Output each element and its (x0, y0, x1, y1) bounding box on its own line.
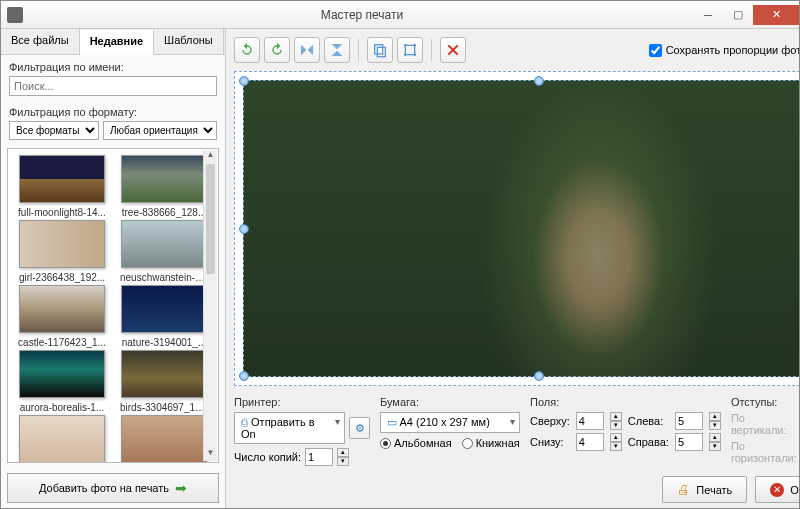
handle-top-left[interactable] (239, 76, 249, 86)
thumb-item[interactable]: birds-3304697_19... (116, 350, 212, 413)
copies-input[interactable] (305, 448, 333, 466)
preview-area[interactable] (234, 71, 800, 386)
margins-col: Поля: Сверху: ▴▾ Слева: ▴▾ Снизу: ▴▾ Спр… (530, 396, 721, 466)
tab-recent[interactable]: Недавние (80, 30, 154, 55)
handle-left[interactable] (239, 224, 249, 234)
copy-button[interactable] (367, 37, 393, 63)
svg-rect-2 (405, 45, 414, 54)
handle-top[interactable] (534, 76, 544, 86)
thumb-image (19, 155, 105, 203)
thumb-item[interactable] (116, 415, 212, 462)
cancel-button-label: Отмена (790, 484, 800, 496)
thumb-item[interactable]: tree-838666_128... (116, 155, 212, 218)
main-layout: Все файлы Недавние Шаблоны Фильтрация по… (1, 29, 799, 509)
scroll-up-icon[interactable]: ▲ (204, 150, 217, 163)
thumb-item[interactable]: full-moonlight8-14... (14, 155, 110, 218)
search-input[interactable] (9, 76, 217, 96)
flip-horizontal-button[interactable] (294, 37, 320, 63)
thumb-image (19, 285, 105, 333)
margin-right-input[interactable] (675, 433, 703, 451)
margin-bottom-spinner[interactable]: ▴▾ (610, 433, 622, 451)
toolbar: Сохранять пропорции фотографий (234, 35, 800, 65)
format-select[interactable]: Все форматы (9, 121, 99, 140)
tab-templates[interactable]: Шаблоны (154, 29, 224, 54)
tab-all-files[interactable]: Все файлы (1, 29, 80, 54)
handle-bottom-left[interactable] (239, 371, 249, 381)
margin-top-input[interactable] (576, 412, 604, 430)
thumbs-scrollbar[interactable]: ▲ ▼ (203, 150, 217, 461)
orient-landscape-radio[interactable]: Альбомная (380, 437, 452, 449)
toolbar-separator (358, 39, 359, 61)
margin-right-spinner[interactable]: ▴▾ (709, 433, 721, 451)
margin-left-spinner[interactable]: ▴▾ (709, 412, 721, 430)
keep-proportions-label: Сохранять пропорции фотографий (666, 44, 800, 56)
page-icon: ▭ (387, 416, 397, 428)
paper-select[interactable]: ▭ A4 (210 x 297 мм) (380, 412, 520, 433)
svg-point-4 (413, 44, 416, 47)
gear-icon: ⚙ (355, 422, 365, 435)
window-title: Мастер печати (31, 8, 693, 22)
svg-rect-1 (377, 47, 385, 56)
thumbnail-grid[interactable]: full-moonlight8-14... tree-838666_128...… (8, 149, 218, 462)
thumb-image (121, 155, 207, 203)
print-icon: 🖨 (677, 482, 690, 497)
thumb-name: birds-3304697_19... (120, 402, 208, 413)
delete-button[interactable] (440, 37, 466, 63)
filter-format-label: Фильтрация по формату: (9, 106, 217, 118)
thumb-item[interactable]: aurora-borealis-1... (14, 350, 110, 413)
orientation-select[interactable]: Любая ориентация (103, 121, 217, 140)
thumb-name: neuschwanstein-5... (120, 272, 208, 283)
crop-button[interactable] (397, 37, 423, 63)
keep-proportions-input[interactable] (649, 44, 662, 57)
titlebar: Мастер печати ─ ▢ ✕ (1, 1, 799, 29)
thumb-item[interactable]: girl-2366438_192... (14, 220, 110, 283)
window-controls: ─ ▢ ✕ (693, 5, 799, 25)
margins-label: Поля: (530, 396, 721, 408)
thumb-item[interactable] (14, 415, 110, 462)
filter-name-label: Фильтрация по имени: (9, 61, 217, 73)
flip-vertical-button[interactable] (324, 37, 350, 63)
svg-point-6 (413, 53, 416, 56)
gap-h-label: По горизонтали: (731, 440, 797, 464)
margin-bottom-input[interactable] (576, 433, 604, 451)
add-photo-button[interactable]: Добавить фото на печать ➡ (7, 473, 219, 503)
thumb-item[interactable]: castle-1176423_1... (14, 285, 110, 348)
filter-format: Фильтрация по формату: Все форматы Любая… (1, 100, 225, 144)
preview-selection[interactable] (243, 80, 800, 377)
paper-col: Бумага: ▭ A4 (210 x 297 мм) Альбомная Кн… (380, 396, 520, 466)
handle-bottom[interactable] (534, 371, 544, 381)
cancel-button[interactable]: ✕ Отмена (755, 476, 800, 503)
radio-icon (462, 438, 473, 449)
minimize-button[interactable]: ─ (693, 5, 723, 25)
printer-settings-button[interactable]: ⚙ (349, 417, 370, 439)
orient-portrait-radio[interactable]: Книжная (462, 437, 520, 449)
right-panel: Сохранять пропорции фотографий Принтер: (226, 29, 800, 509)
maximize-button[interactable]: ▢ (723, 5, 753, 25)
scroll-down-icon[interactable]: ▼ (204, 448, 217, 461)
printer-select[interactable]: ⎙ Отправить в On (234, 412, 345, 444)
app-icon (7, 7, 23, 23)
margin-left-input[interactable] (675, 412, 703, 430)
thumb-image (19, 350, 105, 398)
thumb-name: tree-838666_128... (120, 207, 208, 218)
close-button[interactable]: ✕ (753, 5, 799, 25)
margin-top-spinner[interactable]: ▴▾ (610, 412, 622, 430)
copies-spinner[interactable]: ▴▾ (337, 448, 349, 466)
paper-value: A4 (210 x 297 мм) (399, 416, 489, 428)
rotate-cw-button[interactable] (264, 37, 290, 63)
thumb-item[interactable]: neuschwanstein-5... (116, 220, 212, 283)
thumb-image (19, 220, 105, 268)
left-panel: Все файлы Недавние Шаблоны Фильтрация по… (1, 29, 226, 509)
printer-value: Отправить в On (241, 416, 315, 440)
thumb-name: nature-3194001_... (120, 337, 208, 348)
thumb-image (121, 350, 207, 398)
svg-point-3 (404, 44, 407, 47)
keep-proportions-checkbox[interactable]: Сохранять пропорции фотографий (649, 44, 800, 57)
gaps-label: Отступы: (731, 396, 800, 408)
gaps-col: Отступы: По вертикали: ▴▾ По горизонтали… (731, 396, 800, 466)
print-button[interactable]: 🖨 Печать (662, 476, 747, 503)
scroll-thumb[interactable] (206, 164, 215, 274)
print-settings: Принтер: ⎙ Отправить в On ⚙ Число копий:… (234, 394, 800, 472)
thumb-item[interactable]: nature-3194001_... (116, 285, 212, 348)
rotate-ccw-button[interactable] (234, 37, 260, 63)
